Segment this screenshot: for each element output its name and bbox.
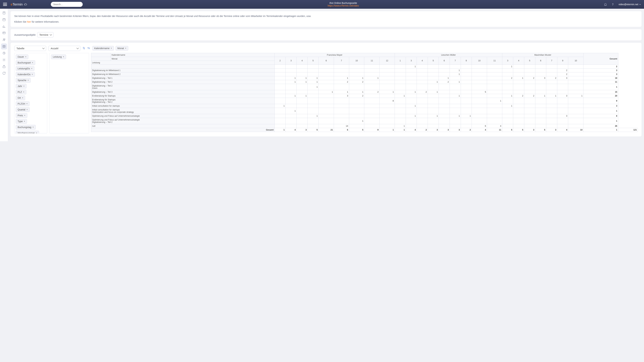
field-chip[interactable]: PLZ▼ xyxy=(16,90,26,94)
intro-panel: Sie können hier in einer Pivottabelle na… xyxy=(10,11,642,27)
sort-vertical-icon[interactable] xyxy=(83,47,85,50)
field-chip[interactable]: Jahr▼ xyxy=(16,84,26,88)
field-chip[interactable]: Wochennummer▼ xyxy=(16,131,39,133)
intro-link[interactable]: hier xyxy=(27,20,31,23)
renderer-select[interactable]: Tabelle xyxy=(14,46,46,51)
sidebar-item-7[interactable] xyxy=(1,50,7,56)
sidebar-item-1[interactable] xyxy=(1,10,7,16)
logo: eTermin xyxy=(11,2,27,6)
field-chip[interactable]: PLZOrt▼ xyxy=(16,101,30,106)
sidebar-item-6-active[interactable] xyxy=(1,43,7,49)
bell-icon[interactable] xyxy=(604,3,607,6)
sidebar-item-10[interactable] xyxy=(1,70,7,76)
topbar: eTermin Ihre Online Buchungsseite https:… xyxy=(0,0,644,9)
intro-text-1: Sie können hier in einer Pivottabelle na… xyxy=(14,14,638,18)
pivot-table-wrap[interactable]: KalendernameFranziska MayerLieschen Müll… xyxy=(91,53,638,133)
unused-fields-list[interactable]: Dauer▼Buchungsart▼LeistungIDs▼KalenderID… xyxy=(14,53,47,133)
pivot-table: KalendernameFranziska MayerLieschen Müll… xyxy=(91,53,638,132)
sidebar-item-3[interactable] xyxy=(1,23,7,29)
svg-point-5 xyxy=(4,39,5,39)
svg-point-8 xyxy=(4,59,4,60)
svg-rect-3 xyxy=(3,32,5,34)
svg-rect-1 xyxy=(3,12,5,14)
sidebar-item-8[interactable] xyxy=(1,57,7,63)
logo-part1: e xyxy=(11,2,12,6)
topbar-icons: video@etermin.net xyxy=(604,3,641,6)
pivot-panel: Tabelle Anzahl Kalendername▼Monat▼ Dauer… xyxy=(10,43,642,136)
help-icon[interactable] xyxy=(611,3,614,6)
svg-point-4 xyxy=(3,39,4,39)
sidebar-item-4[interactable] xyxy=(1,30,7,36)
search-input[interactable] xyxy=(51,2,83,7)
user-email: video@etermin.net xyxy=(618,3,638,6)
search-wrap xyxy=(51,2,83,7)
user-menu[interactable]: video@etermin.net xyxy=(618,3,641,6)
intro-text-2: Klicken Sie hier für weitere Information… xyxy=(14,20,638,24)
field-chip[interactable]: Buchungsart▼ xyxy=(16,60,35,65)
field-chip[interactable]: Kalendername▼ xyxy=(92,46,114,51)
chevron-down-icon xyxy=(639,3,641,5)
row-axis-fields[interactable]: Leistung▼ xyxy=(50,53,89,133)
sidebar-item-5[interactable] xyxy=(1,37,7,42)
svg-rect-2 xyxy=(3,18,5,21)
field-chip[interactable]: KalenderIDs▼ xyxy=(16,72,35,77)
object-selector[interactable]: Termine xyxy=(37,32,54,37)
cloud-icon xyxy=(24,3,27,5)
booking-info: Ihre Online Buchungsseite https://www.eT… xyxy=(83,2,604,7)
sidebar xyxy=(0,9,8,141)
menu-toggle[interactable] xyxy=(3,3,7,6)
field-chip[interactable]: Sprache▼ xyxy=(16,78,31,83)
svg-rect-6 xyxy=(3,45,5,47)
logo-part2: Termin xyxy=(12,2,23,6)
column-axis-fields: Kalendername▼Monat▼ xyxy=(92,46,128,51)
field-chip[interactable]: Preis▼ xyxy=(16,113,27,118)
booking-url[interactable]: https://www.eTermin.net/video xyxy=(328,4,359,7)
field-chip[interactable]: Type▼ xyxy=(16,119,27,124)
sort-horizontal-icon[interactable] xyxy=(88,47,90,50)
booking-label: Ihre Online Buchungsseite xyxy=(83,2,604,4)
aggregator-select[interactable]: Anzahl xyxy=(48,46,80,51)
field-chip[interactable]: Buchungstag▼ xyxy=(16,125,36,130)
field-chip[interactable]: LeistungIDs▼ xyxy=(16,66,34,71)
object-selector-panel: Auswertungsobjekt Termine xyxy=(10,29,642,40)
field-chip[interactable]: Quartal▼ xyxy=(16,107,30,112)
sidebar-item-9[interactable] xyxy=(1,64,7,69)
object-selector-label: Auswertungsobjekt xyxy=(14,33,36,36)
field-chip[interactable]: Monat▼ xyxy=(116,46,128,51)
pivot-controls: Tabelle Anzahl Kalendername▼Monat▼ xyxy=(14,46,638,51)
field-chip[interactable]: Leistung▼ xyxy=(51,54,66,59)
field-chip[interactable]: Ort▼ xyxy=(16,95,25,100)
sidebar-item-2[interactable] xyxy=(1,17,7,22)
main: Sie können hier in einer Pivottabelle na… xyxy=(8,9,644,141)
field-chip[interactable]: Dauer▼ xyxy=(16,54,28,59)
